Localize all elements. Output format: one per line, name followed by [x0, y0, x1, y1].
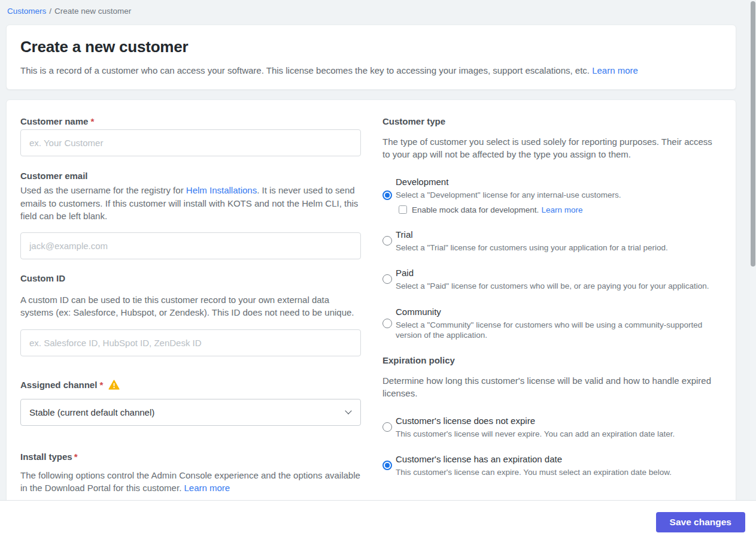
- trial-option-description: Select a "Trial" license for customers u…: [396, 243, 668, 253]
- customer-type-option-trial: Trial Select a "Trial" license for custo…: [382, 229, 718, 253]
- no-expire-option-description: This customer's license will never expir…: [396, 429, 675, 440]
- customer-name-label-text: Customer name: [20, 116, 88, 126]
- required-asterisk: *: [99, 380, 103, 390]
- create-customer-form-card: Customer name* Customer email Used as th…: [6, 99, 736, 542]
- paid-option-body: Paid Select a "Paid" license for custome…: [396, 267, 709, 292]
- save-changes-button[interactable]: Save changes: [656, 512, 745, 532]
- intro-card: Create a new customer This is a record o…: [6, 25, 736, 90]
- community-option-body: Community Select a "Community" license f…: [396, 306, 718, 341]
- customer-type-description: The type of customer you select is used …: [382, 135, 718, 161]
- page-title: Create a new customer: [20, 38, 718, 56]
- expiration-policy-description: Determine how long this customer's licen…: [382, 374, 718, 399]
- customer-type-option-paid: Paid Select a "Paid" license for custome…: [382, 267, 718, 292]
- paid-option-description: Select a "Paid" license for customers wh…: [396, 281, 709, 292]
- paid-radio[interactable]: [382, 274, 392, 284]
- custom-id-label: Custom ID: [20, 273, 361, 284]
- customer-email-label: Customer email: [20, 171, 361, 181]
- customer-type-option-community: Community Select a "Community" license f…: [382, 306, 718, 341]
- has-expiration-option-title: Customer's license has an expiration dat…: [396, 453, 672, 465]
- assigned-channel-select[interactable]: Stable (current default channel): [20, 399, 361, 426]
- no-expire-option-title: Customer's license does not expire: [396, 415, 675, 426]
- breadcrumb-current: Create new customer: [54, 7, 131, 16]
- development-option-description: Select a "Development" license for any i…: [396, 190, 621, 201]
- community-option-title: Community: [396, 306, 718, 317]
- trial-option-body: Trial Select a "Trial" license for custo…: [396, 229, 668, 253]
- has-expiration-radio[interactable]: [382, 461, 392, 470]
- intro-description-text: This is a record of a customer who can a…: [20, 65, 592, 75]
- customer-name-input[interactable]: [20, 129, 361, 156]
- helm-installations-link[interactable]: Helm Installations: [186, 185, 257, 195]
- development-option-body: Development Select a "Development" licen…: [396, 176, 621, 214]
- paid-option-title: Paid: [396, 267, 709, 278]
- trial-option-title: Trial: [396, 229, 668, 240]
- vertical-scrollbar-track: [750, 0, 756, 500]
- development-radio[interactable]: [382, 190, 392, 200]
- no-expire-option-body: Customer's license does not expire This …: [396, 415, 675, 440]
- custom-id-help: A custom ID can be used to tie this cust…: [20, 293, 361, 319]
- assigned-channel-select-wrap: Stable (current default channel): [20, 399, 361, 426]
- intro-description: This is a record of a customer who can a…: [20, 65, 718, 75]
- assigned-channel-label: Assigned channel*: [20, 380, 361, 390]
- no-expire-radio[interactable]: [382, 422, 392, 432]
- development-option-title: Development: [396, 176, 621, 187]
- assigned-channel-label-text: Assigned channel: [20, 380, 97, 390]
- required-asterisk: *: [74, 452, 78, 462]
- breadcrumb: Customers/Create new customer: [0, 0, 756, 16]
- community-radio[interactable]: [382, 319, 392, 328]
- form-left-column: Customer name* Customer email Used as th…: [20, 116, 361, 519]
- form-footer: Save changes: [0, 500, 756, 542]
- mock-data-checkbox[interactable]: [399, 205, 407, 214]
- install-types-label-text: Install types: [20, 452, 72, 462]
- customer-name-label: Customer name*: [20, 116, 361, 127]
- mock-data-learn-more-link[interactable]: Learn more: [541, 205, 582, 214]
- mock-data-checkbox-row: Enable mock data for development. Learn …: [399, 205, 621, 214]
- install-types-help: The following options control the Admin …: [20, 469, 361, 495]
- customer-email-help: Used as the username for the registry fo…: [20, 184, 361, 223]
- trial-radio[interactable]: [382, 236, 392, 246]
- form-right-column: Customer type The type of customer you s…: [382, 116, 718, 519]
- intro-learn-more-link[interactable]: Learn more: [592, 65, 638, 75]
- warning-triangle-icon: [108, 380, 120, 390]
- mock-data-checkbox-label: Enable mock data for development.: [412, 205, 539, 214]
- breadcrumb-separator: /: [49, 7, 51, 16]
- customer-type-option-development: Development Select a "Development" licen…: [382, 176, 718, 214]
- breadcrumb-customers-link[interactable]: Customers: [7, 7, 46, 16]
- install-types-learn-more-link[interactable]: Learn more: [184, 483, 230, 493]
- has-expiration-option-body: Customer's license has an expiration dat…: [396, 453, 672, 478]
- customer-email-input[interactable]: [20, 232, 361, 259]
- custom-id-input[interactable]: [20, 329, 361, 356]
- expiration-option-has-date: Customer's license has an expiration dat…: [382, 453, 718, 478]
- has-expiration-option-description: This customer's license can expire. You …: [396, 467, 672, 478]
- email-help-before: Used as the username for the registry fo…: [20, 185, 186, 195]
- vertical-scrollbar-thumb[interactable]: [751, 1, 755, 267]
- required-asterisk: *: [90, 116, 94, 126]
- expiration-option-no-expire: Customer's license does not expire This …: [382, 415, 718, 440]
- install-types-label: Install types*: [20, 452, 361, 462]
- customer-type-heading: Customer type: [382, 116, 718, 127]
- community-option-description: Select a "Community" license for custome…: [396, 320, 718, 341]
- expiration-policy-heading: Expiration policy: [382, 355, 718, 366]
